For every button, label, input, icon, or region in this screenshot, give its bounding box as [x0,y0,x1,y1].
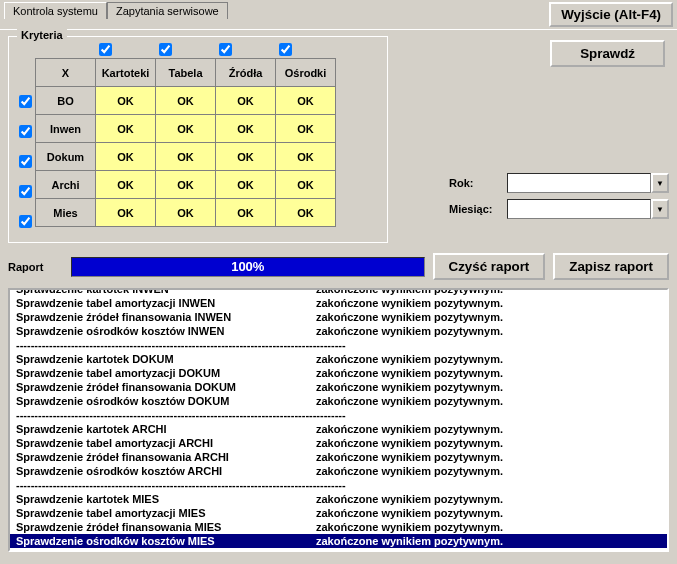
grid-cell: OK [276,143,336,171]
row-check-bo[interactable] [19,95,32,108]
report-listbox[interactable]: Sprawdzenie kartotek INWENzakończone wyn… [8,288,669,552]
report-line[interactable]: Sprawdzenie tabel amortyzacji MIESzakońc… [10,506,667,520]
grid-cell: OK [216,199,276,227]
grid-cell: OK [216,171,276,199]
separator-line: ----------------------------------------… [10,408,667,422]
report-line[interactable]: Sprawdzenie ośrodków kosztów ARCHIzakońc… [10,464,667,478]
row-check-mies[interactable] [19,215,32,228]
report-line[interactable]: Sprawdzenie źródeł finansowania INWENzak… [10,310,667,324]
grid-cell: OK [156,199,216,227]
grid-cell: OK [96,171,156,199]
grid-cell: OK [156,143,216,171]
exit-button[interactable]: Wyjście (Alt-F4) [549,2,673,27]
miesiac-dropdown-button[interactable]: ▼ [651,199,669,219]
col-header: Kartoteki [96,59,156,87]
tab-zapytania[interactable]: Zapytania serwisowe [107,2,228,19]
col-check-zrodla[interactable] [219,43,232,56]
separator-line: ----------------------------------------… [10,478,667,492]
col-check-osrodki[interactable] [279,43,292,56]
report-line[interactable]: Sprawdzenie kartotek MIESzakończone wyni… [10,492,667,506]
col-header: Źródła [216,59,276,87]
row-header: Archi [36,171,96,199]
grid-cell: OK [276,199,336,227]
tab-kontrola[interactable]: Kontrola systemu [4,2,107,19]
kryteria-group: Kryteria X Kartoteki [8,36,388,243]
grid-cell: OK [96,115,156,143]
report-line[interactable]: Sprawdzenie ośrodków kosztów INWENzakońc… [10,324,667,338]
report-line[interactable]: Sprawdzenie kartotek INWENzakończone wyn… [10,288,667,296]
tab-bar: Kontrola systemu Zapytania serwisowe [4,2,228,19]
separator-line: ----------------------------------------… [10,338,667,352]
clear-report-button[interactable]: Czyść raport [433,253,546,280]
miesiac-label: Miesiąc: [449,203,501,215]
rok-dropdown-button[interactable]: ▼ [651,173,669,193]
row-header: BO [36,87,96,115]
grid-cell: OK [156,171,216,199]
grid-cell: OK [156,115,216,143]
miesiac-input[interactable] [507,199,651,219]
grid-cell: OK [276,87,336,115]
col-header: Ośrodki [276,59,336,87]
rok-label: Rok: [449,177,501,189]
report-line[interactable]: Sprawdzenie tabel amortyzacji INWENzakoń… [10,296,667,310]
grid-cell: OK [216,143,276,171]
grid-cell: OK [96,199,156,227]
report-line[interactable]: Sprawdzenie źródeł finansowania DOKUMzak… [10,380,667,394]
report-line[interactable]: Sprawdzenie ośrodków kosztów MIESzakończ… [10,534,667,548]
row-header: Dokum [36,143,96,171]
report-line[interactable]: Sprawdzenie tabel amortyzacji ARCHIzakoń… [10,436,667,450]
grid-corner: X [36,59,96,87]
report-line[interactable]: Sprawdzenie źródeł finansowania MIESzako… [10,520,667,534]
save-report-button[interactable]: Zapisz raport [553,253,669,280]
report-line[interactable]: Sprawdzenie tabel amortyzacji DOKUMzakoń… [10,366,667,380]
grid-cell: OK [216,115,276,143]
col-header: Tabela [156,59,216,87]
grid-cell: OK [96,143,156,171]
row-check-dokum[interactable] [19,155,32,168]
col-check-tabela[interactable] [159,43,172,56]
row-header: Inwen [36,115,96,143]
report-line[interactable]: Sprawdzenie ośrodków kosztów DOKUMzakońc… [10,394,667,408]
row-header: Mies [36,199,96,227]
row-check-archi[interactable] [19,185,32,198]
report-line[interactable]: Sprawdzenie kartotek ARCHIzakończone wyn… [10,422,667,436]
sprawdz-button[interactable]: Sprawdź [550,40,665,67]
report-line[interactable]: Sprawdzenie źródeł finansowania ARCHIzak… [10,450,667,464]
grid-cell: OK [276,171,336,199]
grid-cell: OK [276,115,336,143]
grid-cell: OK [156,87,216,115]
kryteria-grid: X Kartoteki Tabela Źródła Ośrodki BOOKOK… [35,58,336,227]
grid-cell: OK [216,87,276,115]
report-line[interactable]: Sprawdzenie kartotek DOKUMzakończone wyn… [10,352,667,366]
grid-cell: OK [96,87,156,115]
raport-label: Raport [8,261,63,273]
row-check-inwen[interactable] [19,125,32,138]
kryteria-legend: Kryteria [17,29,67,41]
rok-input[interactable] [507,173,651,193]
progress-bar: 100% [71,257,425,277]
col-check-kartoteki[interactable] [99,43,112,56]
